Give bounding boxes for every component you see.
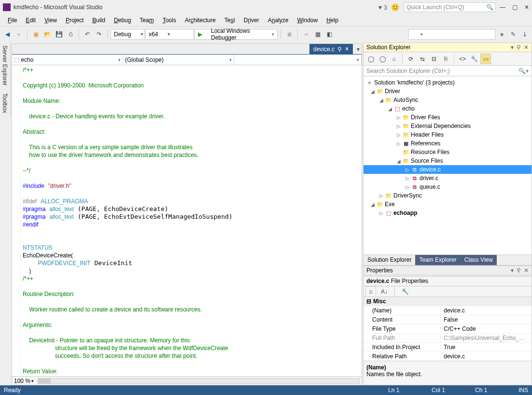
new-project-button[interactable]: ▣ — [30, 29, 41, 40]
nav-scope-mid[interactable]: (Global Scope)▾ — [123, 55, 234, 65]
menu-driver[interactable]: Driver — [240, 15, 263, 25]
tree-source-files[interactable]: ◢📁Source Files — [364, 156, 532, 165]
panel-close-icon[interactable]: ✕ — [524, 44, 529, 51]
tb-icon-4[interactable]: ◧ — [324, 29, 335, 40]
quick-launch-input[interactable]: Quick Launch (Ctrl+Q) 🔍 — [404, 2, 496, 12]
se-code-button[interactable]: <> — [457, 54, 468, 64]
se-sync-button[interactable]: ⇆ — [417, 54, 428, 64]
props-alpha-button[interactable]: A↓ — [379, 286, 390, 297]
menu-analyze[interactable]: Analyze — [264, 15, 293, 25]
menu-debug[interactable]: Debug — [110, 15, 135, 25]
tb-icon-1[interactable]: ⎚ — [284, 29, 294, 40]
props-pages-button[interactable]: 🔧 — [400, 286, 410, 297]
undo-button[interactable]: ↶ — [82, 29, 93, 40]
menu-edit[interactable]: Edit — [22, 15, 40, 25]
se-refresh-button[interactable]: ⟳ — [406, 54, 416, 64]
panel-pin-icon[interactable]: ⚲ — [517, 44, 521, 51]
tree-ext-dep[interactable]: ▷📁External Dependencies — [364, 122, 532, 130]
code-editor[interactable]: /*++ Copyright (c) 1990-2000 Microsoft C… — [12, 65, 362, 376]
se-collapse-button[interactable]: ⊟ — [429, 54, 439, 64]
open-file-button[interactable]: 📂 — [42, 29, 53, 40]
tree-resource-files[interactable]: 📁Resource Files — [364, 148, 532, 156]
menu-project[interactable]: Project — [62, 15, 87, 25]
tree-echoapp[interactable]: ▷⬚echoapp — [364, 209, 532, 217]
feedback-smile-icon[interactable]: 🙂 — [391, 3, 399, 11]
nav-scope-right[interactable]: ▾ — [234, 55, 362, 65]
property-row[interactable]: (Name)device.c — [364, 306, 532, 315]
tb-icon-3[interactable]: ▦ — [312, 29, 323, 40]
menu-architecture[interactable]: Architecture — [181, 15, 220, 25]
panel-dropdown-icon[interactable]: ▾ — [511, 44, 514, 51]
tree-exe-folder[interactable]: ◢📁Exe — [364, 200, 532, 209]
platform-dropdown[interactable]: x64▼ — [145, 29, 194, 40]
tree-driver-folder[interactable]: ◢📁Driver — [364, 87, 532, 96]
tree-driver-c[interactable]: ▷⧉driver.c — [364, 174, 532, 183]
panel-close-icon[interactable]: ✕ — [524, 267, 529, 274]
menu-build[interactable]: Build — [88, 15, 109, 25]
tree-device-c[interactable]: ▷⧉device.c — [364, 165, 532, 174]
nav-scope-left[interactable]: ⬚ echo▾ — [12, 55, 123, 65]
nav-back-button[interactable]: ◀ — [2, 29, 13, 40]
server-explorer-tab[interactable]: Server Explorer — [0, 42, 11, 89]
minimize-button[interactable]: — — [500, 4, 505, 11]
tb-icon-6[interactable]: ✎ — [508, 29, 518, 40]
panel-dropdown-icon[interactable]: ▾ — [511, 267, 514, 274]
tree-solution[interactable]: ⎆Solution 'kmdfecho' (3 projects) — [364, 78, 532, 87]
tb-icon-7[interactable]: ⤓ — [519, 29, 530, 40]
zoom-level[interactable]: 100 % — [14, 378, 30, 384]
tb-icon-2[interactable]: ⎓ — [301, 29, 311, 40]
menu-team[interactable]: Team — [136, 15, 157, 25]
tb-icon-5[interactable]: ⎈ — [496, 29, 507, 40]
horizontal-scrollbar[interactable] — [38, 378, 360, 384]
properties-grid[interactable]: ⊟Misc (Name)device.cContentFalseFile Typ… — [364, 297, 532, 361]
find-dropdown[interactable]: ▾ — [408, 29, 495, 40]
property-row[interactable]: Full PathC:\Samples\Universal_Echo_Samp — [364, 333, 532, 342]
se-back-button[interactable]: ◯ — [365, 54, 376, 64]
notification-flag-icon[interactable]: ▾ 3 — [378, 3, 387, 11]
se-properties-button[interactable]: 🔧 — [469, 54, 479, 64]
solution-explorer-search[interactable]: Search Solution Explorer (Ctrl+;) 🔍▾ — [363, 66, 532, 76]
tab-class-view[interactable]: Class View — [461, 255, 497, 265]
menu-test[interactable]: Test — [221, 15, 239, 25]
redo-button[interactable]: ↷ — [94, 29, 104, 40]
tree-echo-project[interactable]: ◢⬚echo — [364, 104, 532, 113]
play-icon: ▶ — [198, 31, 202, 38]
se-showall-button[interactable]: ⎘ — [440, 54, 451, 64]
se-preview-button[interactable]: ▭ — [480, 54, 491, 64]
menu-view[interactable]: View — [41, 15, 61, 25]
property-row[interactable]: ContentFalse — [364, 315, 532, 324]
property-row[interactable]: Relative Pathdevice.c — [364, 352, 532, 361]
tab-solution-explorer[interactable]: Solution Explorer — [364, 255, 415, 265]
save-all-button[interactable]: ⎙ — [65, 29, 76, 40]
menu-window[interactable]: Window — [293, 15, 322, 25]
property-row[interactable]: File TypeC/C++ Code — [364, 324, 532, 333]
tree-references[interactable]: ▷▦References — [364, 139, 532, 148]
debugger-dropdown[interactable]: ▶ Local Windows Debugger▾ — [195, 29, 278, 40]
tree-header-files[interactable]: ▷📁Header Files — [364, 130, 532, 139]
maximize-button[interactable]: ▢ — [512, 4, 518, 11]
tab-list-dropdown[interactable]: ▾ — [357, 46, 360, 53]
tab-team-explorer[interactable]: Team Explorer — [415, 255, 460, 265]
se-home-button[interactable]: ⌂ — [389, 54, 399, 64]
document-tab[interactable]: device.c ⚲ ✕ — [309, 44, 353, 55]
properties-subtitle[interactable]: device.c File Properties — [364, 277, 532, 286]
tree-autosync[interactable]: ◢📁AutoSync — [364, 96, 532, 104]
close-button[interactable]: ✕ — [524, 4, 529, 11]
save-button[interactable]: 💾 — [54, 29, 64, 40]
property-row[interactable]: Included In ProjectTrue — [364, 342, 532, 352]
se-fwd-button[interactable]: ◯ — [377, 54, 388, 64]
nav-fwd-button[interactable]: ▫ — [14, 29, 24, 40]
menu-tools[interactable]: Tools — [159, 15, 180, 25]
tree-queue-c[interactable]: ▷⧉queue.c — [364, 183, 532, 191]
props-categorized-button[interactable]: ⎌ — [365, 286, 376, 297]
close-tab-icon[interactable]: ✕ — [345, 46, 349, 52]
toolbox-tab[interactable]: Toolbox — [0, 89, 11, 117]
config-dropdown[interactable]: Debug▼ — [111, 29, 144, 40]
solution-tree[interactable]: ⎆Solution 'kmdfecho' (3 projects) ◢📁Driv… — [363, 76, 532, 255]
tree-driver-files[interactable]: ▷📁Driver Files — [364, 113, 532, 122]
pin-icon[interactable]: ⚲ — [337, 46, 342, 53]
menu-help[interactable]: Help — [322, 15, 342, 25]
menu-file[interactable]: File — [4, 15, 21, 25]
tree-driversync[interactable]: ▷📁DriverSync — [364, 191, 532, 200]
panel-pin-icon[interactable]: ⚲ — [517, 267, 521, 274]
